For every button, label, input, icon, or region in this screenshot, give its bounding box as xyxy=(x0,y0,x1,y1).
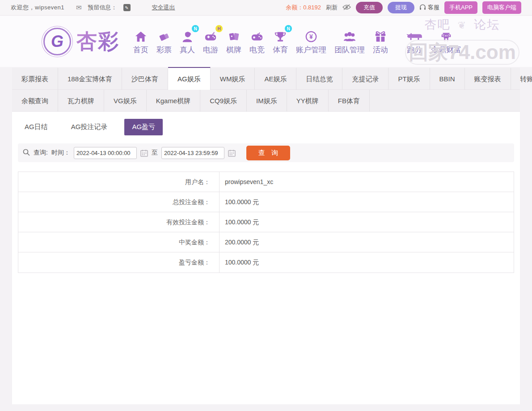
nav-item-live[interactable]: N 真人 xyxy=(176,28,199,55)
balance-value: 0.8192 xyxy=(303,4,321,11)
topbar-left: 欢迎您，wipseven1 ✉ 预留信息： ✎ 安全退出 xyxy=(11,4,182,12)
tab-bbin[interactable]: BBIN xyxy=(430,68,465,90)
tab-lottery-report[interactable]: 彩票报表 xyxy=(12,68,58,90)
new-badge: N xyxy=(192,25,199,32)
brand-name: 杏彩 xyxy=(76,28,119,55)
date-to-input[interactable] xyxy=(161,147,224,159)
tab-transfer-report[interactable]: 转账报表 xyxy=(511,68,532,90)
tab-shaba-sports[interactable]: 沙巴体育 xyxy=(122,68,168,90)
nav-item-esports[interactable]: 电竞 xyxy=(245,28,269,55)
tabs-row-1: 彩票报表 188金宝博体育 沙巴体育 AG娱乐 WM娱乐 AE娱乐 日结总览 充… xyxy=(12,68,520,90)
topbar: 欢迎您，wipseven1 ✉ 预留信息： ✎ 安全退出 余额：0.8192 刷… xyxy=(0,0,532,16)
time-label: 时间： xyxy=(51,149,70,157)
report-row-value: 100.0000 元 xyxy=(219,212,514,232)
nav-item-paofen[interactable]: 跑分 xyxy=(402,28,427,55)
tab-wali-chess[interactable]: 瓦力棋牌 xyxy=(58,90,104,112)
report-row-label: 总投注金额： xyxy=(18,192,219,212)
report-row: 总投注金额： 100.0000 元 xyxy=(18,192,514,212)
egame-gamepad-icon: H xyxy=(204,28,217,43)
report-row: 中奖金额： 200.0000 元 xyxy=(18,232,514,252)
nav-item-home[interactable]: 首页 xyxy=(129,28,152,55)
tab-kgame-chess[interactable]: Kgame棋牌 xyxy=(147,90,201,112)
nav-item-jinding-wealth[interactable]: 金鼎财富 xyxy=(427,28,465,55)
tab-pt-entertainment[interactable]: PT娱乐 xyxy=(388,68,430,90)
report-row-value: prowipseven1_xc xyxy=(219,172,514,192)
nav-item-lottery[interactable]: 彩票 xyxy=(152,28,176,55)
nav-item-egames[interactable]: H 电游 xyxy=(199,28,222,55)
eye-slash-icon[interactable] xyxy=(342,4,351,12)
mobile-app-button[interactable]: 手机APP xyxy=(444,1,477,14)
subtabs: AG日结 AG投注记录 AG盈亏 xyxy=(12,112,520,140)
report-row-value: 100.0000 元 xyxy=(219,252,514,273)
customer-service-link[interactable]: 客服 xyxy=(419,4,439,12)
customer-service-label: 客服 xyxy=(428,4,439,12)
team-icon xyxy=(343,28,356,43)
reserved-info-label: 预留信息： xyxy=(88,4,117,12)
tab-im-entertainment[interactable]: IM娱乐 xyxy=(247,90,287,112)
report-row-label: 中奖金额： xyxy=(18,232,219,252)
content-card: 彩票报表 188金宝博体育 沙巴体育 AG娱乐 WM娱乐 AE娱乐 日结总览 充… xyxy=(12,68,520,404)
refresh-link[interactable]: 刷新 xyxy=(326,4,338,12)
report-row-label: 用户名： xyxy=(18,172,219,192)
live-person-icon: N xyxy=(181,28,194,43)
svg-text:¥: ¥ xyxy=(309,33,313,40)
tab-deposit-withdraw-records[interactable]: 充提记录 xyxy=(342,68,388,90)
balance-text: 余额：0.8192 xyxy=(286,4,321,12)
query-label: 查询: xyxy=(34,149,48,157)
home-icon xyxy=(135,28,147,43)
tab-ag-entertainment[interactable]: AG娱乐 xyxy=(168,66,211,90)
deposit-button[interactable]: 充值 xyxy=(356,2,383,13)
report-row-label: 有效投注金额： xyxy=(18,212,219,232)
tab-ae-entertainment[interactable]: AE娱乐 xyxy=(255,68,296,90)
query-button[interactable]: 查 询 xyxy=(246,146,290,160)
tab-188-jinbaobo-sports[interactable]: 188金宝博体育 xyxy=(58,68,122,90)
esports-gamepad-icon xyxy=(250,28,264,43)
trophy-icon: N xyxy=(274,28,287,43)
tab-daily-summary[interactable]: 日结总览 xyxy=(296,68,342,90)
calendar-to-icon[interactable] xyxy=(228,149,236,157)
report-row: 有效投注金额： 100.0000 元 xyxy=(18,212,514,232)
nav-item-sports[interactable]: N 体育 xyxy=(269,28,292,55)
search-icon xyxy=(23,149,30,157)
subtab-ag-bet-records[interactable]: AG投注记录 xyxy=(65,119,114,135)
welcome-text: 欢迎您，wipseven1 xyxy=(11,4,64,12)
to-separator: 至 xyxy=(152,149,158,157)
withdraw-button[interactable]: 提现 xyxy=(388,2,414,13)
tab-balance-query[interactable]: 余额查询 xyxy=(12,90,58,112)
nav-item-team-management[interactable]: 团队管理 xyxy=(330,28,369,55)
nav-item-activity[interactable]: 活动 xyxy=(369,28,392,55)
tab-yy-chess[interactable]: YY棋牌 xyxy=(287,90,329,112)
subtab-ag-daily[interactable]: AG日结 xyxy=(18,119,54,135)
tab-cq9-entertainment[interactable]: CQ9娱乐 xyxy=(200,90,247,112)
report-table: 用户名： prowipseven1_xc 总投注金额： 100.0000 元 有… xyxy=(18,172,514,273)
golden-ding-icon xyxy=(440,28,452,43)
new-badge: N xyxy=(285,25,292,32)
tab-wm-entertainment[interactable]: WM娱乐 xyxy=(211,68,255,90)
topbar-right: 余额：0.8192 刷新 充值 提现 客服 手机APP 电脑客户端 xyxy=(281,1,521,14)
pc-client-button[interactable]: 电脑客户端 xyxy=(482,1,521,14)
cards-icon xyxy=(228,28,240,43)
yuan-coin-icon: ¥ xyxy=(305,28,317,43)
tabs-row-2: 余额查询 瓦力棋牌 VG娱乐 Kgame棋牌 CQ9娱乐 IM娱乐 YY棋牌 F… xyxy=(12,90,520,112)
ticket-icon xyxy=(158,28,170,43)
report-row-value: 200.0000 元 xyxy=(219,232,514,252)
nav-item-account-management[interactable]: ¥ 账户管理 xyxy=(292,28,330,55)
report-row: 盈亏金额： 100.0000 元 xyxy=(18,252,514,273)
hot-badge: H xyxy=(215,25,223,32)
calendar-from-icon[interactable] xyxy=(140,149,148,157)
logout-link[interactable]: 安全退出 xyxy=(152,4,175,12)
tab-fb-sports[interactable]: FB体育 xyxy=(329,90,370,112)
report-row-label: 盈亏金额： xyxy=(18,252,219,273)
report-row-value: 100.0000 元 xyxy=(219,192,514,212)
nav-item-chess[interactable]: 棋牌 xyxy=(222,28,245,55)
subtab-ag-profit-loss[interactable]: AG盈亏 xyxy=(124,119,163,135)
tab-account-change-report[interactable]: 账变报表 xyxy=(465,68,511,90)
message-envelope-icon[interactable]: ✉ xyxy=(76,4,82,12)
date-from-input[interactable] xyxy=(74,147,137,159)
edit-pencil-icon[interactable]: ✎ xyxy=(123,4,131,11)
tab-vg-entertainment[interactable]: VG娱乐 xyxy=(104,90,147,112)
rhino-icon xyxy=(406,28,423,43)
brand-logo[interactable]: G 杏彩 xyxy=(43,28,119,55)
brand-emblem-icon: G xyxy=(43,28,71,55)
headset-icon xyxy=(419,4,428,12)
